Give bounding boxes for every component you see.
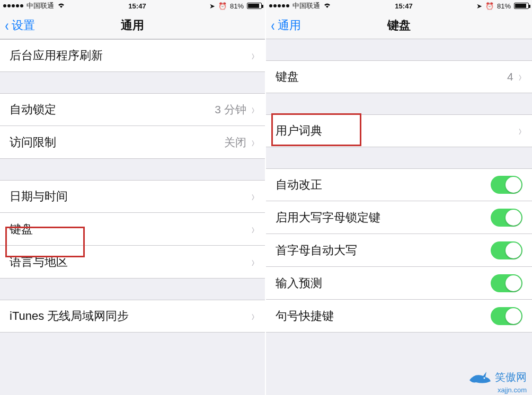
row-language-region[interactable]: 语言与地区 ›	[0, 246, 265, 279]
location-icon: ➤	[476, 2, 482, 10]
status-bar: 中国联通 15:47 ➤ ⏰ 81%	[0, 0, 265, 12]
chevron-right-icon: ›	[252, 254, 255, 271]
toggle-auto-correct[interactable]	[491, 176, 522, 194]
back-button[interactable]: ‹ 通用	[270, 12, 301, 39]
chevron-left-icon: ‹	[271, 17, 275, 33]
battery-icon	[247, 3, 262, 9]
row-user-dictionary[interactable]: 用户词典 ›	[266, 114, 532, 147]
wifi-icon	[323, 2, 331, 10]
row-background-app-refresh[interactable]: 后台应用程序刷新 ›	[0, 39, 265, 72]
row-predictive: 输入预测	[266, 267, 532, 300]
row-caps-lock: 启用大写字母锁定键	[266, 201, 532, 234]
clock-label: 15:47	[395, 2, 412, 10]
back-button[interactable]: ‹ 设置	[4, 12, 35, 39]
toggle-auto-caps[interactable]	[491, 241, 522, 259]
row-keyboards[interactable]: 键盘 4 ›	[266, 60, 532, 93]
row-date-time[interactable]: 日期与时间 ›	[0, 180, 265, 213]
chevron-right-icon: ›	[519, 122, 522, 139]
battery-pct: 81%	[230, 2, 244, 10]
settings-list: 后台应用程序刷新 › 自动锁定 3 分钟 › 访问限制 关闭 › 日期与时间 ›…	[0, 39, 265, 395]
row-auto-capitalize: 首字母自动大写	[266, 234, 532, 267]
left-screenshot: 中国联通 15:47 ➤ ⏰ 81% ‹ 设置 通用 后台应用程序刷新	[0, 0, 266, 395]
signal-dots-icon	[269, 4, 289, 7]
nav-bar: ‹ 设置 通用	[0, 12, 265, 39]
alarm-icon: ⏰	[218, 2, 227, 10]
carrier-label: 中国联通	[26, 1, 54, 11]
right-screenshot: 中国联通 15:47 ➤ ⏰ 81% ‹ 通用 键盘 键盘	[266, 0, 532, 395]
row-itunes-wifi-sync[interactable]: iTunes 无线局域网同步 ›	[0, 300, 265, 333]
row-auto-lock[interactable]: 自动锁定 3 分钟 ›	[0, 93, 265, 126]
carrier-label: 中国联通	[292, 1, 320, 11]
wifi-icon	[57, 2, 65, 10]
back-label: 通用	[278, 17, 301, 33]
battery-icon	[514, 3, 529, 9]
keyboard-settings-list: 键盘 4 › 用户词典 › 自动改正 启用大写字母锁定键 首字母自动大写	[266, 39, 532, 395]
status-bar: 中国联通 15:47 ➤ ⏰ 81%	[266, 0, 532, 12]
chevron-right-icon: ›	[252, 188, 255, 205]
back-label: 设置	[12, 17, 35, 33]
clock-label: 15:47	[128, 2, 146, 10]
row-restrictions[interactable]: 访问限制 关闭 ›	[0, 126, 265, 159]
page-title: 键盘	[387, 17, 411, 33]
toggle-caps-lock[interactable]	[491, 209, 522, 227]
chevron-right-icon: ›	[252, 101, 255, 118]
battery-pct: 81%	[497, 2, 511, 10]
toggle-period-shortcut[interactable]	[491, 307, 522, 325]
signal-dots-icon	[3, 4, 23, 7]
location-icon: ➤	[209, 2, 215, 10]
chevron-right-icon: ›	[252, 47, 255, 64]
toggle-predictive[interactable]	[491, 274, 522, 292]
chevron-right-icon: ›	[252, 221, 255, 238]
chevron-left-icon: ‹	[5, 17, 9, 33]
chevron-right-icon: ›	[252, 134, 255, 151]
row-keyboard[interactable]: 键盘 ›	[0, 213, 265, 246]
nav-bar: ‹ 通用 键盘	[266, 12, 532, 39]
chevron-right-icon: ›	[252, 308, 255, 325]
row-period-shortcut: 句号快捷键	[266, 300, 532, 333]
chevron-right-icon: ›	[519, 68, 522, 85]
page-title: 通用	[121, 17, 144, 33]
row-auto-correct: 自动改正	[266, 168, 532, 201]
alarm-icon: ⏰	[485, 2, 494, 10]
